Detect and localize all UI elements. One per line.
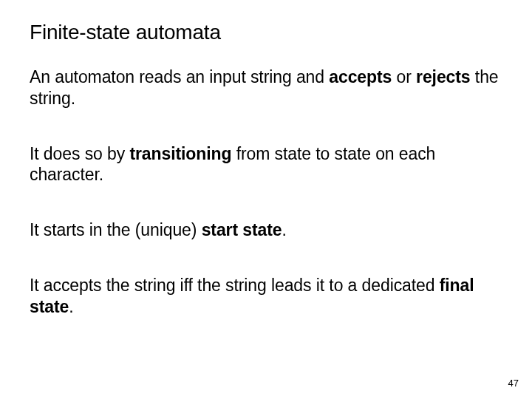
bold-text: rejects xyxy=(416,67,470,86)
bold-text: transitioning xyxy=(129,144,231,163)
slide-title: Finite-state automata xyxy=(30,21,502,44)
page-number: 47 xyxy=(508,378,519,389)
text: It starts in the (unique) xyxy=(30,220,202,239)
text: It does so by xyxy=(30,144,129,163)
paragraph-3: It starts in the (unique) start state. xyxy=(30,219,502,241)
paragraph-4: It accepts the string iff the string lea… xyxy=(30,275,502,318)
bold-text: start state xyxy=(202,220,282,239)
slide: Finite-state automata An automaton reads… xyxy=(0,0,532,399)
text: . xyxy=(282,220,286,239)
text: An automaton reads an input string and xyxy=(30,67,329,86)
text: It accepts the string iff the string lea… xyxy=(30,276,440,295)
text: or xyxy=(392,67,416,86)
paragraph-1: An automaton reads an input string and a… xyxy=(30,66,502,109)
text: . xyxy=(69,297,73,316)
bold-text: accepts xyxy=(329,67,392,86)
paragraph-2: It does so by transitioning from state t… xyxy=(30,143,502,186)
